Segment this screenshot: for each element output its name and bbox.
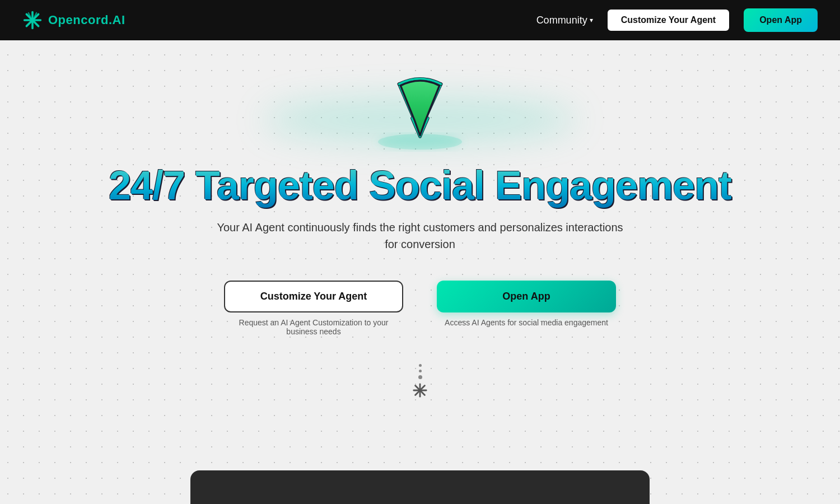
- community-label: Community: [536, 15, 587, 26]
- hero-illustration: [252, 63, 588, 158]
- logo-text: Opencord.AI: [48, 13, 125, 27]
- main-content: 24/7 Targeted Social Engagement Your AI …: [0, 40, 840, 415]
- nav-right: Community ▾ Customize Your Agent Open Ap…: [536, 8, 818, 32]
- scroll-dots: [418, 364, 422, 379]
- scroll-dot-2: [419, 370, 422, 372]
- open-app-hero-button[interactable]: Open App: [437, 281, 616, 312]
- open-app-nav-button[interactable]: Open App: [744, 8, 818, 32]
- hero-arrow-icon: [364, 68, 476, 152]
- open-app-cta-sublabel: Access AI Agents for social media engage…: [445, 318, 608, 327]
- logo-icon: [22, 10, 43, 30]
- customize-agent-nav-button[interactable]: Customize Your Agent: [606, 8, 731, 32]
- bottom-card: [190, 470, 650, 504]
- community-chevron-icon: ▾: [590, 16, 593, 24]
- logo[interactable]: Opencord.AI: [22, 10, 125, 30]
- hero-heading: 24/7 Targeted Social Engagement: [109, 164, 731, 208]
- community-nav-link[interactable]: Community ▾: [536, 15, 593, 26]
- open-app-cta-item: Open App Access AI Agents for social med…: [437, 281, 616, 327]
- scroll-dot-1: [419, 364, 422, 367]
- cta-row: Customize Your Agent Request an AI Agent…: [224, 281, 616, 336]
- hero-subtext: Your AI Agent continuously finds the rig…: [210, 219, 630, 253]
- scroll-dot-3: [418, 375, 422, 379]
- customize-agent-hero-button[interactable]: Customize Your Agent: [224, 281, 403, 312]
- navbar: Opencord.AI Community ▾ Customize Your A…: [0, 0, 840, 40]
- scroll-indicator: [412, 364, 428, 398]
- customize-cta-item: Customize Your Agent Request an AI Agent…: [224, 281, 403, 336]
- customize-cta-sublabel: Request an AI Agent Customization to you…: [230, 318, 398, 336]
- scroll-logo-icon: [412, 382, 428, 398]
